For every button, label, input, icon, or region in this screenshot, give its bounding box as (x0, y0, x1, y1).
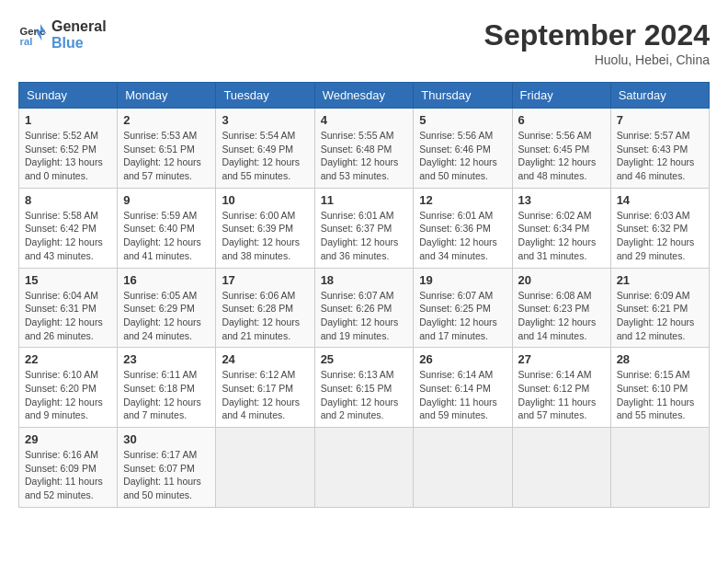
calendar-day-12: 12Sunrise: 6:01 AM Sunset: 6:36 PM Dayli… (414, 188, 512, 268)
day-detail: Sunrise: 5:59 AM Sunset: 6:40 PM Dayligh… (123, 209, 210, 263)
day-number: 13 (518, 193, 605, 207)
calendar-day-16: 16Sunrise: 6:05 AM Sunset: 6:29 PM Dayli… (118, 268, 216, 348)
weekday-header-friday: Friday (512, 83, 610, 109)
calendar-table: SundayMondayTuesdayWednesdayThursdayFrid… (18, 82, 710, 508)
day-detail: Sunrise: 5:58 AM Sunset: 6:42 PM Dayligh… (25, 209, 111, 263)
calendar-day-18: 18Sunrise: 6:07 AM Sunset: 6:26 PM Dayli… (314, 268, 414, 348)
calendar-day-23: 23Sunrise: 6:11 AM Sunset: 6:18 PM Dayli… (118, 348, 216, 428)
logo-icon: Gene ral (18, 20, 48, 50)
day-detail: Sunrise: 6:09 AM Sunset: 6:21 PM Dayligh… (617, 289, 703, 343)
day-detail: Sunrise: 6:01 AM Sunset: 6:37 PM Dayligh… (321, 209, 408, 263)
day-detail: Sunrise: 6:14 AM Sunset: 6:12 PM Dayligh… (518, 368, 605, 422)
calendar-day-5: 5Sunrise: 5:56 AM Sunset: 6:46 PM Daylig… (414, 109, 512, 189)
day-detail: Sunrise: 5:56 AM Sunset: 6:45 PM Dayligh… (518, 129, 605, 183)
day-number: 7 (617, 113, 703, 127)
day-detail: Sunrise: 6:14 AM Sunset: 6:14 PM Dayligh… (419, 368, 506, 422)
day-detail: Sunrise: 5:52 AM Sunset: 6:52 PM Dayligh… (25, 129, 111, 183)
day-number: 2 (123, 113, 210, 127)
calendar-day-8: 8Sunrise: 5:58 AM Sunset: 6:42 PM Daylig… (19, 188, 118, 268)
weekday-header-wednesday: Wednesday (314, 83, 414, 109)
day-detail: Sunrise: 6:00 AM Sunset: 6:39 PM Dayligh… (222, 209, 308, 263)
day-number: 30 (123, 432, 210, 446)
day-number: 18 (321, 273, 408, 287)
day-detail: Sunrise: 6:10 AM Sunset: 6:20 PM Dayligh… (25, 368, 111, 422)
day-detail: Sunrise: 6:06 AM Sunset: 6:28 PM Dayligh… (222, 289, 308, 343)
day-detail: Sunrise: 6:08 AM Sunset: 6:23 PM Dayligh… (518, 289, 605, 343)
day-number: 3 (222, 113, 308, 127)
day-number: 19 (419, 273, 506, 287)
calendar-day-25: 25Sunrise: 6:13 AM Sunset: 6:15 PM Dayli… (314, 348, 414, 428)
svg-text:ral: ral (20, 36, 33, 47)
calendar-day-15: 15Sunrise: 6:04 AM Sunset: 6:31 PM Dayli… (19, 268, 118, 348)
calendar-day-21: 21Sunrise: 6:09 AM Sunset: 6:21 PM Dayli… (610, 268, 709, 348)
calendar-day-28: 28Sunrise: 6:15 AM Sunset: 6:10 PM Dayli… (610, 348, 709, 428)
day-number: 28 (617, 352, 703, 366)
day-detail: Sunrise: 6:05 AM Sunset: 6:29 PM Dayligh… (123, 289, 210, 343)
month-title: September 2024 (484, 18, 710, 52)
calendar-week-4: 22Sunrise: 6:10 AM Sunset: 6:20 PM Dayli… (19, 348, 710, 428)
empty-cell (314, 428, 414, 508)
calendar-day-9: 9Sunrise: 5:59 AM Sunset: 6:40 PM Daylig… (118, 188, 216, 268)
calendar-day-26: 26Sunrise: 6:14 AM Sunset: 6:14 PM Dayli… (414, 348, 512, 428)
calendar-day-22: 22Sunrise: 6:10 AM Sunset: 6:20 PM Dayli… (19, 348, 118, 428)
day-number: 22 (25, 352, 111, 366)
logo-text: General (51, 18, 107, 35)
calendar-day-29: 29Sunrise: 6:16 AM Sunset: 6:09 PM Dayli… (19, 428, 118, 508)
day-number: 26 (419, 352, 506, 366)
empty-cell (512, 428, 610, 508)
weekday-header-tuesday: Tuesday (216, 83, 314, 109)
day-detail: Sunrise: 6:07 AM Sunset: 6:25 PM Dayligh… (419, 289, 506, 343)
calendar-day-10: 10Sunrise: 6:00 AM Sunset: 6:39 PM Dayli… (216, 188, 314, 268)
calendar-header-row: SundayMondayTuesdayWednesdayThursdayFrid… (19, 83, 710, 109)
empty-cell (610, 428, 709, 508)
logo: Gene ral General Blue (18, 18, 107, 51)
day-number: 1 (25, 113, 111, 127)
calendar-week-1: 1Sunrise: 5:52 AM Sunset: 6:52 PM Daylig… (19, 109, 710, 189)
day-number: 15 (25, 273, 111, 287)
day-number: 25 (321, 352, 408, 366)
calendar-day-11: 11Sunrise: 6:01 AM Sunset: 6:37 PM Dayli… (314, 188, 414, 268)
calendar-day-1: 1Sunrise: 5:52 AM Sunset: 6:52 PM Daylig… (19, 109, 118, 189)
day-number: 5 (419, 113, 506, 127)
logo-subtext: Blue (51, 35, 107, 52)
day-detail: Sunrise: 6:11 AM Sunset: 6:18 PM Dayligh… (123, 368, 210, 422)
calendar-week-2: 8Sunrise: 5:58 AM Sunset: 6:42 PM Daylig… (19, 188, 710, 268)
day-detail: Sunrise: 6:04 AM Sunset: 6:31 PM Dayligh… (25, 289, 111, 343)
calendar-day-17: 17Sunrise: 6:06 AM Sunset: 6:28 PM Dayli… (216, 268, 314, 348)
day-detail: Sunrise: 5:55 AM Sunset: 6:48 PM Dayligh… (321, 129, 408, 183)
weekday-header-saturday: Saturday (610, 83, 709, 109)
day-number: 6 (518, 113, 605, 127)
day-detail: Sunrise: 5:53 AM Sunset: 6:51 PM Dayligh… (123, 129, 210, 183)
calendar-day-7: 7Sunrise: 5:57 AM Sunset: 6:43 PM Daylig… (610, 109, 709, 189)
calendar-day-13: 13Sunrise: 6:02 AM Sunset: 6:34 PM Dayli… (512, 188, 610, 268)
day-detail: Sunrise: 6:15 AM Sunset: 6:10 PM Dayligh… (617, 368, 703, 422)
calendar-day-24: 24Sunrise: 6:12 AM Sunset: 6:17 PM Dayli… (216, 348, 314, 428)
day-number: 12 (419, 193, 506, 207)
day-number: 17 (222, 273, 308, 287)
day-detail: Sunrise: 6:02 AM Sunset: 6:34 PM Dayligh… (518, 209, 605, 263)
day-number: 29 (25, 432, 111, 446)
weekday-header-monday: Monday (118, 83, 216, 109)
calendar-week-5: 29Sunrise: 6:16 AM Sunset: 6:09 PM Dayli… (19, 428, 710, 508)
calendar-day-6: 6Sunrise: 5:56 AM Sunset: 6:45 PM Daylig… (512, 109, 610, 189)
day-number: 27 (518, 352, 605, 366)
calendar-day-27: 27Sunrise: 6:14 AM Sunset: 6:12 PM Dayli… (512, 348, 610, 428)
empty-cell (216, 428, 314, 508)
day-detail: Sunrise: 5:56 AM Sunset: 6:46 PM Dayligh… (419, 129, 506, 183)
day-detail: Sunrise: 5:57 AM Sunset: 6:43 PM Dayligh… (617, 129, 703, 183)
day-detail: Sunrise: 6:13 AM Sunset: 6:15 PM Dayligh… (321, 368, 408, 422)
calendar-day-3: 3Sunrise: 5:54 AM Sunset: 6:49 PM Daylig… (216, 109, 314, 189)
calendar-day-19: 19Sunrise: 6:07 AM Sunset: 6:25 PM Dayli… (414, 268, 512, 348)
page-header: Gene ral General Blue September 2024 Huo… (18, 18, 710, 67)
day-number: 21 (617, 273, 703, 287)
weekday-header-sunday: Sunday (19, 83, 118, 109)
day-number: 16 (123, 273, 210, 287)
day-number: 14 (617, 193, 703, 207)
calendar-day-20: 20Sunrise: 6:08 AM Sunset: 6:23 PM Dayli… (512, 268, 610, 348)
day-detail: Sunrise: 5:54 AM Sunset: 6:49 PM Dayligh… (222, 129, 308, 183)
day-detail: Sunrise: 6:16 AM Sunset: 6:09 PM Dayligh… (25, 448, 111, 502)
day-detail: Sunrise: 6:01 AM Sunset: 6:36 PM Dayligh… (419, 209, 506, 263)
day-detail: Sunrise: 6:17 AM Sunset: 6:07 PM Dayligh… (123, 448, 210, 502)
weekday-header-thursday: Thursday (414, 83, 512, 109)
empty-cell (414, 428, 512, 508)
